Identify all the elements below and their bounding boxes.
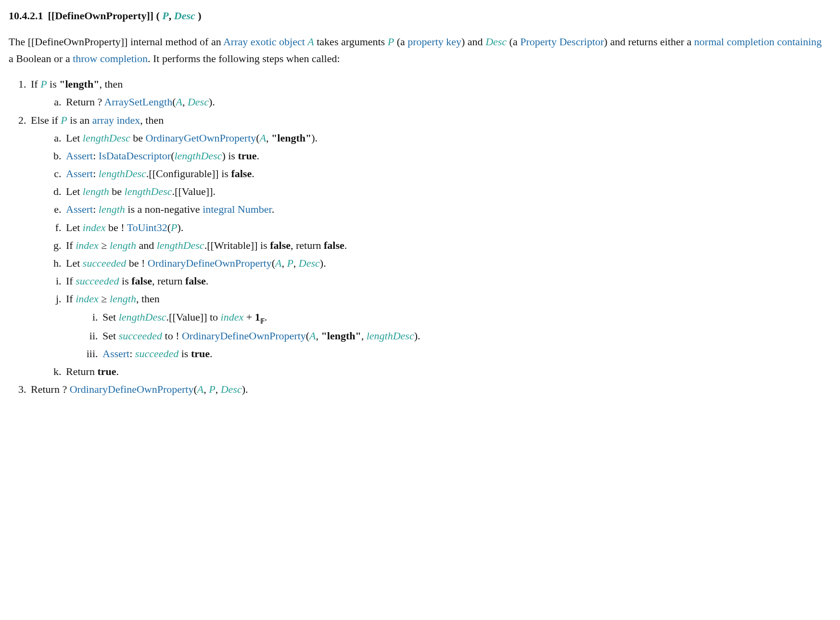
step-2i-false2: false <box>185 275 206 287</box>
step-2a-lit: "length" <box>271 132 311 144</box>
step-2d: Let length be lengthDesc.[[Value]]. <box>64 183 826 200</box>
step-3-open: ( <box>193 383 197 395</box>
step-2g-dot: . <box>344 239 347 251</box>
link-odop-2jii[interactable]: OrdinaryDefineOwnProperty <box>182 330 306 342</box>
step-2j-ii-open: ( <box>306 330 309 342</box>
step-1a-c: , <box>182 96 188 108</box>
link-assert-2b[interactable]: Assert <box>66 150 93 162</box>
step-1a-open: ( <box>172 96 176 108</box>
step-2-t1: Else if <box>31 114 61 126</box>
step-2a-t2: be <box>130 132 146 144</box>
step-2f-open: ( <box>167 221 171 233</box>
step-2b-true: true <box>238 150 256 162</box>
step-1-t1: If <box>31 78 40 90</box>
link-normal-completion[interactable]: normal completion containing <box>694 36 822 48</box>
step-2j-ii-t2: to ! <box>162 330 182 342</box>
step-3-c2: , <box>216 383 221 395</box>
step-2c-false: false <box>231 168 252 180</box>
step-2a-var-a: A <box>260 132 266 144</box>
link-odop-2h[interactable]: OrdinaryDefineOwnProperty <box>148 257 272 269</box>
step-1a-close: ). <box>209 96 215 108</box>
step-2d-t1: Let <box>66 185 83 197</box>
step-2j-i-var-ld: lengthDesc <box>119 311 166 323</box>
step-2g-false1: false <box>270 239 291 251</box>
step-2j-i-t3: + <box>243 311 255 323</box>
step-2j-t2: , then <box>136 293 160 305</box>
step-2k: Return true. <box>64 363 826 380</box>
step-2j-iii-true: true <box>191 348 210 360</box>
step-2g-t4: , return <box>291 239 324 251</box>
heading-title-prefix: [[DefineOwnProperty]] ( <box>48 10 163 22</box>
step-2j-var-len: length <box>110 293 136 305</box>
step-2g-var-idx: index <box>76 239 99 251</box>
algorithm-steps: If P is "length", then Return ? ArraySet… <box>15 76 826 398</box>
step-2b-colon: : <box>93 150 99 162</box>
link-isdatadescriptor[interactable]: IsDataDescriptor <box>99 150 171 162</box>
step-2g-false2: false <box>324 239 344 251</box>
step-2h-t1: Let <box>66 257 83 269</box>
link-assert-2jiii[interactable]: Assert <box>102 348 129 360</box>
section-heading: 10.4.2.1[[DefineOwnProperty]] ( P, Desc … <box>9 9 826 24</box>
link-array-index[interactable]: array index <box>92 114 140 126</box>
link-property-key[interactable]: property key <box>407 36 461 48</box>
step-2b: Assert: IsDataDescriptor(lengthDesc) is … <box>64 147 826 164</box>
step-3-t1: Return ? <box>31 383 70 395</box>
step-2h-c2: , <box>293 257 299 269</box>
step-2i-false1: false <box>131 275 152 287</box>
heading-param-p: P <box>162 10 168 22</box>
link-arraysetlength[interactable]: ArraySetLength <box>104 96 172 108</box>
step-2-substeps: Let lengthDesc be OrdinaryGetOwnProperty… <box>38 129 826 380</box>
heading-comma: , <box>169 10 174 22</box>
link-throw-completion[interactable]: throw completion <box>73 52 148 65</box>
intro-var-desc: Desc <box>485 36 507 48</box>
step-2j-ii: Set succeeded to ! OrdinaryDefineOwnProp… <box>101 327 826 344</box>
step-3-var-p: P <box>209 383 215 395</box>
link-property-descriptor[interactable]: Property Descriptor <box>520 36 604 48</box>
step-2f-var-idx: index <box>83 221 106 233</box>
step-2j-i-var-idx: index <box>221 311 244 323</box>
step-2a-var-ld: lengthDesc <box>83 132 130 144</box>
intro-t2: takes arguments <box>314 36 388 48</box>
step-2f-t2: be ! <box>105 221 127 233</box>
step-2c-dot: . <box>252 168 255 180</box>
link-ordinarygetownproperty[interactable]: OrdinaryGetOwnProperty <box>146 132 256 144</box>
link-integral-number[interactable]: integral Number <box>203 203 272 215</box>
link-assert-2c[interactable]: Assert <box>66 168 93 180</box>
step-1-substeps: Return ? ArraySetLength(A, Desc). <box>38 93 826 110</box>
step-2j-substeps: Set lengthDesc.[[Value]] to index + 1𝔽. … <box>73 309 826 362</box>
step-2k-t1: Return <box>66 365 97 377</box>
step-2b-var-ld: lengthDesc <box>174 150 222 162</box>
link-array-exotic-object[interactable]: Array exotic object <box>223 36 305 48</box>
link-odop-3[interactable]: OrdinaryDefineOwnProperty <box>70 383 194 395</box>
step-2g-var-ld: lengthDesc <box>157 239 204 251</box>
step-2j-iii-t1: is <box>178 348 191 360</box>
step-1a-var-a: A <box>176 96 182 108</box>
step-2i: If succeeded is false, return false. <box>64 272 826 289</box>
step-2c-colon: : <box>93 168 99 180</box>
step-2j-var-idx: index <box>76 293 99 305</box>
step-2f-var-p: P <box>171 221 177 233</box>
link-assert-2e[interactable]: Assert <box>66 203 93 215</box>
step-2h: Let succeeded be ! OrdinaryDefineOwnProp… <box>64 255 826 271</box>
step-2j-i-t1: Set <box>102 311 119 323</box>
step-2j-ii-t1: Set <box>102 330 119 342</box>
step-2c-var-ld: lengthDesc <box>99 168 146 180</box>
step-2-t2: is an <box>67 114 92 126</box>
step-2j-ii-var-ld: lengthDesc <box>367 330 414 342</box>
step-2c: Assert: lengthDesc.[[Configurable]] is f… <box>64 165 826 182</box>
step-2e-t1: is a non-negative <box>125 203 203 215</box>
step-2g-t1: If <box>66 239 76 251</box>
step-2i-dot: . <box>206 275 209 287</box>
step-2a-t1: Let <box>66 132 83 144</box>
step-2a-c: , <box>266 132 271 144</box>
step-1a: Return ? ArraySetLength(A, Desc). <box>64 93 826 110</box>
step-1-t2: is <box>47 78 60 90</box>
link-touint32[interactable]: ToUint32 <box>127 221 167 233</box>
step-2g-t3: .[[Writable]] is <box>204 239 270 251</box>
section-number: 10.4.2.1 <box>9 10 43 22</box>
step-2j-ii-c2: , <box>361 330 367 342</box>
intro-t3: (a <box>394 36 407 48</box>
intro-var-p: P <box>388 36 394 48</box>
step-2h-t2: be ! <box>126 257 148 269</box>
step-2j-iii: Assert: succeeded is true. <box>101 345 826 362</box>
